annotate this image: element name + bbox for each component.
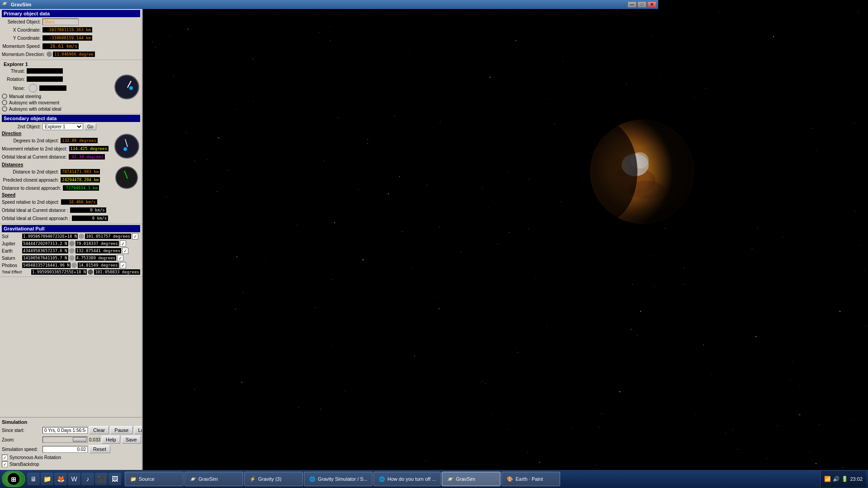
taskbar-item-gravsim1[interactable]: 🪐 GravSim [184,472,243,486]
winamp-btn[interactable]: ♪ [81,473,94,485]
speed-rel-value: 18.466 km/s [61,199,97,205]
orbital-current-value: 0 km/s [70,207,106,213]
clear-button[interactable]: Clear [89,426,109,434]
sync-axis-row: ✓ Syncronous Axis Rotation [2,455,141,460]
sim-header: Simulation [2,419,141,425]
star [550,99,550,99]
star [827,128,827,128]
star [528,453,528,453]
star [539,462,540,463]
stars-backdrop-checkbox[interactable]: ✓ [2,461,8,467]
star [315,307,316,308]
source-icon: 📁 [130,475,137,483]
selected-object-label: Selected Object: [2,19,42,24]
star [507,429,508,430]
rotation-label: Rotation: [2,77,27,82]
grav-phobos-check[interactable]: ✓ [120,262,126,268]
sync-axis-checkbox[interactable]: ✓ [2,455,8,460]
go-button[interactable]: Go [84,123,96,130]
star [757,228,758,228]
word-btn[interactable]: W [68,473,80,485]
autosync-movement-radio-btn[interactable] [2,100,7,105]
pause-button[interactable]: Pause [110,426,132,434]
secondary-section: Secondary object data 2nd Object: Explor… [0,114,142,224]
grav-jupiter-label: Jupiter [2,241,22,246]
star [703,344,704,345]
star [152,42,153,42]
svg-point-1 [129,86,133,90]
space-viewport[interactable] [143,9,868,479]
minimize-button[interactable]: — [627,1,637,8]
img-btn[interactable]: 🖼 [108,473,121,485]
sim-speed-label: Simulation speed: [2,447,42,452]
taskbar: ⊞ 🖥 📁 🦊 W ♪ ⬛ 🖼 📁 Source 🪐 GravSim ⚡ Gra… [0,470,868,488]
distance-2nd-label: Distance to 2nd object: [2,169,61,174]
autosync-orbital-radio-btn[interactable] [2,106,7,112]
momentum-dir-value: 11.046966 degree [53,52,95,57]
star [854,211,855,211]
star [705,88,706,89]
distance-closest-label: Distance to closest approach: [2,186,63,191]
movement-rel-label: Movement relative to 2nd object: [2,146,69,151]
autosync-movement-radio[interactable]: Autosync with movement [2,100,113,105]
star [777,426,778,426]
primary-section: Primary object data Selected Object: X C… [0,9,142,60]
x-coord-label: X Coordinate: [2,28,42,33]
grav-row-phobos: Phobos 54948335716441.96 N 14.81549 degr… [2,262,140,268]
start-button[interactable]: ⊞ [2,471,25,487]
taskbar-item-gravsim-active[interactable]: 🪐 GravSim [442,472,500,486]
star [319,33,319,33]
second-object-select[interactable]: Explorer 1 [42,123,83,130]
star [253,59,253,59]
star [684,284,684,285]
star [589,392,590,392]
maximize-button[interactable]: □ [637,1,646,8]
reset-button[interactable]: Reset [89,445,110,453]
grav-earth-check[interactable]: ✓ [122,248,128,254]
taskbar-item-howto[interactable]: 🌐 How do you turn off ... [373,472,441,486]
taskbar-item-gravity3[interactable]: ⚡ Gravity (3) [244,472,303,486]
grav-phobos-value: 54948335716441.96 N [22,263,71,268]
star [561,202,561,202]
grav-row-sol: Sol 1.99586709407232E+18 N 101.051757 de… [2,233,140,239]
star [243,292,243,293]
load-button[interactable]: Load [134,426,143,434]
star [799,386,799,386]
taskbar-item-gravsimsim[interactable]: 🌐 Gravity Simulator / S... [304,472,373,486]
star [482,188,482,188]
since-start-input[interactable] [42,427,88,434]
predicted-closest-label: Predicted closest approach: [2,178,61,183]
titlebar-icon: 🪐 [2,1,9,8]
grav-saturn-check[interactable]: ✓ [117,255,123,261]
grav-jupiter-check[interactable]: ✓ [120,240,126,247]
star [388,193,389,194]
selected-object-value[interactable] [42,19,79,25]
explorer-btn[interactable]: 📁 [41,473,53,485]
star [409,51,409,51]
help-button[interactable]: Help [102,436,120,444]
close-button[interactable]: ✕ [647,1,656,8]
save-button[interactable]: Save [122,436,141,444]
firefox-btn[interactable]: 🦊 [54,473,67,485]
star [399,176,400,177]
star [440,122,441,122]
manual-steering-radio-btn[interactable] [2,94,7,99]
taskbar-item-earth-paint[interactable]: 🎨 Earth · Paint [501,472,560,486]
distance-closest-value: 72794934.3 km [63,185,99,191]
star [188,29,189,30]
grav-sol-check[interactable]: ✓ [132,233,138,239]
autosync-orbital-radio[interactable]: Autosync with orbital ideal [2,106,113,112]
manual-steering-radio[interactable]: Manual steering [2,94,113,99]
sim-speed-input[interactable] [42,446,88,453]
show-desktop-btn[interactable]: 🖥 [27,473,40,485]
star [858,12,859,13]
zoom-slider[interactable] [42,436,88,443]
star [816,463,816,464]
taskbar-gravsim-active-label: GravSim [456,476,475,482]
taskbar-item-source[interactable]: 📁 Source [125,472,184,486]
cmd-btn[interactable]: ⬛ [95,473,108,485]
thrust-bar [27,68,63,74]
star [859,245,859,245]
star [298,407,299,408]
grav-header: Gravitational Pull [2,225,140,232]
